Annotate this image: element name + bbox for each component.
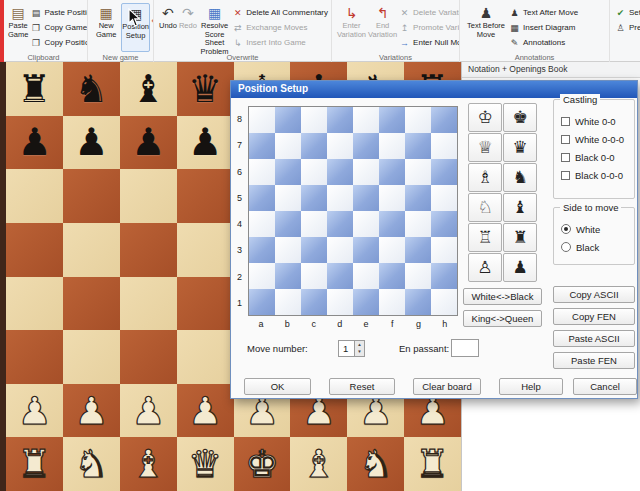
setup-square-d3[interactable] [327,237,353,263]
setup-square-g6[interactable] [405,159,431,185]
clear-board-button[interactable]: Clear board [413,378,481,395]
setup-square-b4[interactable] [275,211,301,237]
delete-variation-button[interactable]: ✕ Delete Variation [399,5,460,20]
setup-square-b2[interactable] [275,263,301,289]
setup-square-d7[interactable] [327,133,353,159]
side-white-radio[interactable]: White [561,220,628,238]
setup-square-a1[interactable] [249,289,275,315]
en-passant-field[interactable] [451,339,479,357]
setup-square-f1[interactable] [379,289,405,315]
text-before-move-button[interactable]: ♟ Text Before Move [465,3,507,52]
setup-square-a5[interactable] [249,185,275,211]
swap-king-queen-button[interactable]: King<->Queen [463,310,542,327]
black-piece-button[interactable]: ♟ [503,253,537,282]
setup-square-g8[interactable] [405,107,431,133]
board-square[interactable]: ♞ [347,437,404,491]
white-piece-button[interactable]: ♘ [468,193,502,222]
black-piece-button[interactable]: ♞ [503,163,537,192]
notation-panel-header[interactable]: Notation + Openings Book [462,62,640,78]
resolve-score-sheet-button[interactable]: ▦ Resolve Score Sheet Problem [199,3,230,52]
new-game-button[interactable]: ▦ New Game [93,3,119,52]
enter-null-move-button[interactable]: → Enter Null Move [399,35,460,50]
setup-square-b1[interactable] [275,289,301,315]
setup-square-h1[interactable] [431,289,457,315]
copy-ascii-button[interactable]: Copy ASCII [553,286,635,303]
black-piece-button[interactable]: ♜ [503,223,537,252]
setup-square-h8[interactable] [431,107,457,133]
white-piece-button[interactable]: ♗ [468,163,502,192]
board-square[interactable] [120,223,177,277]
board-square[interactable] [177,277,234,331]
setup-square-g7[interactable] [405,133,431,159]
setup-square-d6[interactable] [327,159,353,185]
board-square[interactable]: ♟ [177,384,234,438]
set-button[interactable]: ✔ Set.. [615,5,640,20]
setup-square-f7[interactable] [379,133,405,159]
setup-square-a3[interactable] [249,237,275,263]
annotations-button[interactable]: ✎ Annotations [509,35,578,50]
castling-black-short[interactable]: Black 0-0 [561,148,628,166]
setup-square-a7[interactable] [249,133,275,159]
board-square[interactable]: ♜ [6,437,63,491]
setup-square-e7[interactable] [353,133,379,159]
board-square[interactable] [63,223,120,277]
setup-square-e8[interactable] [353,107,379,133]
board-square[interactable] [120,169,177,223]
black-piece-button[interactable]: ♚ [503,103,537,132]
delete-all-commentary-button[interactable]: ✕ Delete All Commentary [232,5,328,20]
checkbox-icon[interactable] [561,171,570,180]
board-square[interactable] [63,169,120,223]
board-square[interactable] [177,223,234,277]
board-square[interactable] [6,169,63,223]
setup-square-a6[interactable] [249,159,275,185]
castling-white-short[interactable]: White 0-0 [561,112,628,130]
paste-ascii-button[interactable]: Paste ASCII [553,330,635,347]
white-piece-button[interactable]: ♕ [468,133,502,162]
insert-diagram-button[interactable]: ▦ Insert Diagram [509,20,578,35]
radio-icon-selected[interactable] [561,224,571,234]
white-piece-button[interactable]: ♙ [468,253,502,282]
move-number-value[interactable]: 1 [339,341,354,356]
setup-square-c7[interactable] [301,133,327,159]
checkbox-icon[interactable] [561,135,570,144]
board-square[interactable]: ♞ [63,437,120,491]
white-piece-button[interactable]: ♔ [468,103,502,132]
board-square[interactable] [6,223,63,277]
board-square[interactable]: ♝ [120,437,177,491]
setup-square-c4[interactable] [301,211,327,237]
board-square[interactable] [63,330,120,384]
redo-button[interactable]: ↷ Redo [179,3,197,52]
board-square[interactable]: ♛ [177,62,234,116]
setup-square-e5[interactable] [353,185,379,211]
board-square[interactable]: ♜ [6,62,63,116]
copy-game-button[interactable]: ❐ Copy Game [30,20,88,35]
undo-button[interactable]: ↶ Undo [159,3,177,52]
board-square[interactable] [177,330,234,384]
enter-variation-button[interactable]: ↳ Enter Variation [337,3,366,52]
setup-square-b7[interactable] [275,133,301,159]
board-square[interactable] [6,277,63,331]
setup-square-g2[interactable] [405,263,431,289]
end-variation-button[interactable]: ↰ End Variation [368,3,397,52]
side-black-radio[interactable]: Black [561,238,628,256]
setup-square-c1[interactable] [301,289,327,315]
setup-square-f5[interactable] [379,185,405,211]
setup-square-g3[interactable] [405,237,431,263]
setup-square-g1[interactable] [405,289,431,315]
setup-square-c2[interactable] [301,263,327,289]
board-square[interactable] [120,277,177,331]
radio-icon[interactable] [561,242,571,252]
setup-square-g4[interactable] [405,211,431,237]
black-piece-button[interactable]: ♛ [503,133,537,162]
paste-game-button[interactable]: ▤ Paste Game [8,3,28,52]
setup-square-f2[interactable] [379,263,405,289]
setup-square-h3[interactable] [431,237,457,263]
paste-fen-button[interactable]: Paste FEN [553,352,635,369]
castling-black-long[interactable]: Black 0-0-0 [561,166,628,184]
setup-square-c8[interactable] [301,107,327,133]
board-square[interactable] [177,169,234,223]
setup-square-b3[interactable] [275,237,301,263]
exchange-moves-button[interactable]: ⇄ Exchange Moves [232,20,328,35]
reset-button[interactable]: Reset [329,378,395,395]
copy-fen-button[interactable]: Copy FEN [553,308,635,325]
